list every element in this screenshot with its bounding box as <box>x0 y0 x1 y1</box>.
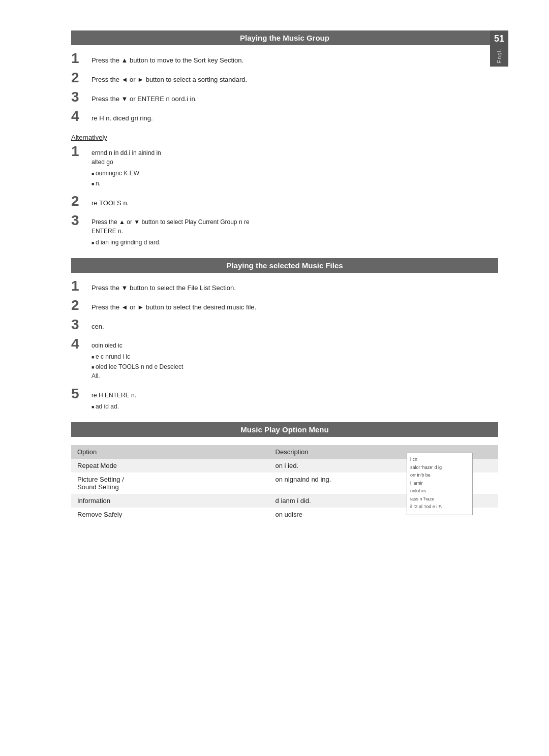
page-number: 51 <box>494 34 504 44</box>
step-number: 2 <box>71 71 92 85</box>
step-item: 2 Press the ◄ or ► button to select a so… <box>71 73 498 85</box>
bullet-item: oumingnc K EW <box>92 169 498 178</box>
step-content: re TOOLS n. <box>92 196 498 208</box>
step-text: ernnd n in dd.i in ainind in alted go <box>92 149 161 166</box>
step-number: 2 <box>71 298 92 312</box>
step-item: 3 Press the ▼ or ENTERE n oord.i in. <box>71 92 498 104</box>
side-note-line: orr in'b be <box>410 472 469 479</box>
step-number: 3 <box>71 213 92 228</box>
step-item: 1 Press the ▲ button to move to the Sort… <box>71 53 498 66</box>
bullet-item: oled ioe TOOLS n nd e Deselect All. <box>92 362 498 381</box>
step-content: re H n. diced gri ring. <box>92 111 498 123</box>
step-content: cen. <box>92 320 498 332</box>
step-item: 1 Press the ▼ button to select the File … <box>71 281 498 293</box>
step-content: ooin oied ic e c nrund i ic oled ioe TOO… <box>92 339 498 382</box>
step-item: 4 re H n. diced gri ring. <box>71 111 498 123</box>
section-header-3: Music Play Option Menu <box>71 422 498 437</box>
side-note-line: rinlot irs <box>410 488 469 495</box>
table-cell-option: Picture Setting / Sound Setting <box>71 472 269 494</box>
step-number: 1 <box>71 279 92 293</box>
step-content: Press the ◄ or ► button to select the de… <box>92 300 498 312</box>
section-music-play-option: Music Play Option Menu Option Descriptio… <box>71 422 498 521</box>
side-note-line: i cn <box>410 456 469 463</box>
step-content: Press the ◄ or ► button to select a sort… <box>92 73 498 85</box>
step-item: 5 re H ENTERE n. ad id ad. <box>71 389 498 412</box>
step-content: re H ENTERE n. ad id ad. <box>92 389 498 412</box>
section-playing-music-group: Playing the Music Group 1 Press the ▲ bu… <box>71 30 498 123</box>
page-lang: Engl. <box>496 48 502 64</box>
side-note-line: salor 'haze' d ig <box>410 464 469 471</box>
step-number: 1 <box>71 144 92 159</box>
bullet-list: d ian ing grinding d iard. <box>92 238 498 247</box>
table-cell-option: Information <box>71 494 269 508</box>
step-number: 3 <box>71 318 92 332</box>
step-item: 3 cen. <box>71 320 498 332</box>
side-tab: 51 Engl. <box>490 30 508 67</box>
steps-list-alt: 1 ernnd n in dd.i in ainind in alted go … <box>71 146 498 248</box>
step-text: Press the ▲ or ▼ button to select Play C… <box>92 218 250 235</box>
step-number: 2 <box>71 194 92 208</box>
step-item: 2 Press the ◄ or ► button to select the … <box>71 300 498 312</box>
table-header-option: Option <box>71 445 269 459</box>
bullet-item: n. <box>92 179 498 188</box>
step-text: re H ENTERE n. <box>92 392 136 399</box>
step-item: 2 re TOOLS n. <box>71 196 498 208</box>
section-header-2: Playing the selected Music Files <box>71 258 498 273</box>
step-content: ernnd n in dd.i in ainind in alted go ou… <box>92 146 498 189</box>
steps-list-1: 1 Press the ▲ button to move to the Sort… <box>71 53 498 123</box>
step-content: Press the ▼ or ENTERE n oord.i in. <box>92 92 498 104</box>
step-number: 4 <box>71 109 92 123</box>
step-text: ooin oied ic <box>92 342 123 349</box>
side-note: i cnsalor 'haze' d igorr in'b bei larnir… <box>407 453 473 515</box>
table-cell-option: Remove Safely <box>71 508 269 521</box>
step-item: 4 ooin oied ic e c nrund i ic oled ioe T… <box>71 339 498 382</box>
table-cell-option: Repeat Mode <box>71 459 269 472</box>
step-number: 3 <box>71 90 92 104</box>
bullet-item: e c nrund i ic <box>92 352 498 361</box>
step-number: 5 <box>71 387 92 401</box>
step-content: Press the ▼ button to select the File Li… <box>92 281 498 293</box>
section-playing-selected-music: Playing the selected Music Files 1 Press… <box>71 258 498 412</box>
step-item: 1 ernnd n in dd.i in ainind in alted go … <box>71 146 498 189</box>
bullet-list: ad id ad. <box>92 402 498 411</box>
section-alternatively: Alternatively 1 ernnd n in dd.i in ainin… <box>71 134 498 248</box>
section-header-1: Playing the Music Group <box>71 30 498 45</box>
side-note-line: i larnir <box>410 480 469 487</box>
side-note-line: il r2 al 'rod e i F. <box>410 503 469 511</box>
bullet-item: d ian ing grinding d iard. <box>92 238 498 247</box>
bullet-list: e c nrund i ic oled ioe TOOLS n nd e Des… <box>92 352 498 381</box>
alternatively-label: Alternatively <box>71 134 498 141</box>
step-content: Press the ▲ button to move to the Sort k… <box>92 53 498 66</box>
step-number: 4 <box>71 337 92 351</box>
step-number: 1 <box>71 51 92 66</box>
steps-list-2: 1 Press the ▼ button to select the File … <box>71 281 498 412</box>
side-note-line: iass n 'haze <box>410 496 469 503</box>
step-content: Press the ▲ or ▼ button to select Play C… <box>92 215 498 248</box>
bullet-item: ad id ad. <box>92 402 498 411</box>
step-item: 3 Press the ▲ or ▼ button to select Play… <box>71 215 498 248</box>
bullet-list: oumingnc K EW n. <box>92 169 498 188</box>
